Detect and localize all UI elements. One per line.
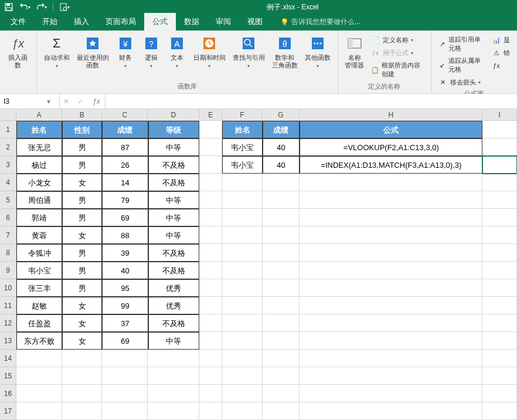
cell-E13[interactable] xyxy=(199,332,222,350)
row-header-13[interactable]: 13 xyxy=(0,332,16,350)
cell-G9[interactable] xyxy=(263,262,300,279)
cell-C11[interactable]: 99 xyxy=(102,297,148,314)
cell-H12[interactable] xyxy=(300,314,482,332)
cell-F14[interactable] xyxy=(222,350,262,367)
cell-I9[interactable] xyxy=(482,262,517,279)
column-header-G[interactable]: G xyxy=(263,109,300,121)
evaluate-formula-button[interactable]: ƒx xyxy=(489,60,512,72)
cell-B15[interactable] xyxy=(62,367,102,385)
cell-D8[interactable]: 不及格 xyxy=(148,244,200,262)
cell-G3[interactable]: 40 xyxy=(263,156,300,174)
cell-D4[interactable]: 不及格 xyxy=(148,174,200,191)
cell-F9[interactable] xyxy=(222,262,262,279)
column-header-D[interactable]: D xyxy=(148,109,199,121)
cell-G10[interactable] xyxy=(263,279,300,297)
cancel-entry-button[interactable]: ✕ xyxy=(62,97,70,106)
cell-I5[interactable] xyxy=(482,191,517,209)
insert-function-button[interactable]: ƒx 插入函数 xyxy=(4,33,33,70)
cell-C3[interactable]: 26 xyxy=(102,156,148,174)
cell-E7[interactable] xyxy=(199,226,222,244)
tell-me-search[interactable]: 💡 告诉我您想要做什么... xyxy=(280,17,360,31)
cell-C6[interactable]: 69 xyxy=(102,209,148,226)
cell-D1[interactable]: 等级 xyxy=(148,121,200,138)
cell-D7[interactable]: 中等 xyxy=(148,226,200,244)
cell-A11[interactable]: 赵敏 xyxy=(16,297,62,314)
row-header-12[interactable]: 12 xyxy=(0,314,16,332)
cell-C4[interactable]: 14 xyxy=(102,174,148,191)
cell-A5[interactable]: 周伯通 xyxy=(16,191,62,209)
cell-I7[interactable] xyxy=(482,226,517,244)
cell-I15[interactable] xyxy=(482,367,517,385)
cell-E16[interactable] xyxy=(199,385,222,402)
cell-A14[interactable] xyxy=(16,350,62,367)
cell-H17[interactable] xyxy=(300,402,482,420)
name-box-dropdown[interactable]: ▾ xyxy=(45,97,53,106)
cell-A4[interactable]: 小龙女 xyxy=(16,174,62,191)
tab-review[interactable]: 审阅 xyxy=(208,13,239,31)
cell-A2[interactable]: 张无忌 xyxy=(16,138,62,156)
cell-F7[interactable] xyxy=(222,226,262,244)
cell-E3[interactable] xyxy=(199,156,222,174)
create-from-selection-button[interactable]: 📋根据所选内容创建 xyxy=(369,60,426,80)
cell-A9[interactable]: 韦小宝 xyxy=(16,262,62,279)
cell-A16[interactable] xyxy=(16,385,62,402)
row-header-3[interactable]: 3 xyxy=(0,156,16,174)
cell-H9[interactable] xyxy=(300,262,482,279)
financial-button[interactable]: ¥财务▾ xyxy=(113,33,138,71)
tab-file[interactable]: 文件 xyxy=(2,13,34,31)
cell-I4[interactable] xyxy=(482,174,517,191)
cell-H16[interactable] xyxy=(300,385,482,402)
row-header-5[interactable]: 5 xyxy=(0,191,16,209)
text-fn-button[interactable]: A文本▾ xyxy=(164,33,190,71)
cell-A10[interactable]: 张三丰 xyxy=(16,279,62,297)
cell-E15[interactable] xyxy=(199,367,222,385)
row-header-14[interactable]: 14 xyxy=(0,350,16,367)
cell-E14[interactable] xyxy=(199,350,222,367)
cell-F17[interactable] xyxy=(222,402,262,420)
cell-G2[interactable]: 40 xyxy=(263,138,300,156)
name-box-input[interactable] xyxy=(4,97,45,106)
cell-G17[interactable] xyxy=(263,402,300,420)
cell-F4[interactable] xyxy=(222,174,262,191)
cell-D16[interactable] xyxy=(148,385,199,402)
cell-F1[interactable]: 姓名 xyxy=(222,121,262,138)
cell-A15[interactable] xyxy=(16,367,62,385)
save-button[interactable] xyxy=(2,1,15,13)
cell-H1[interactable]: 公式 xyxy=(300,121,482,138)
cell-H4[interactable] xyxy=(300,174,482,191)
cell-B7[interactable]: 女 xyxy=(62,226,102,244)
cell-B1[interactable]: 性别 xyxy=(62,121,102,138)
cell-A3[interactable]: 杨过 xyxy=(16,156,62,174)
cell-E4[interactable] xyxy=(199,174,222,191)
cell-E2[interactable] xyxy=(199,138,222,156)
cell-H10[interactable] xyxy=(300,279,482,297)
math-button[interactable]: θ数学和 三角函数 xyxy=(268,33,301,70)
cell-I13[interactable] xyxy=(482,332,517,350)
cell-A12[interactable]: 任盈盈 xyxy=(16,314,62,332)
cell-C8[interactable]: 39 xyxy=(102,244,148,262)
cell-D9[interactable]: 不及格 xyxy=(148,262,200,279)
cell-E8[interactable] xyxy=(199,244,222,262)
cell-G8[interactable] xyxy=(263,244,300,262)
use-in-formula-button[interactable]: ƒx用于公式 ▾ xyxy=(369,47,426,59)
cell-D15[interactable] xyxy=(148,367,199,385)
cell-B4[interactable]: 女 xyxy=(62,174,102,191)
cell-D11[interactable]: 优秀 xyxy=(148,297,200,314)
cell-C15[interactable] xyxy=(102,367,148,385)
cell-B2[interactable]: 男 xyxy=(62,138,102,156)
cell-G13[interactable] xyxy=(263,332,300,350)
cell-C7[interactable]: 88 xyxy=(102,226,148,244)
cell-I2[interactable] xyxy=(482,138,517,156)
cell-B11[interactable]: 女 xyxy=(62,297,102,314)
cell-B10[interactable]: 男 xyxy=(62,279,102,297)
remove-arrows-button[interactable]: ✕移去箭头 ▾ xyxy=(436,76,487,88)
cell-G5[interactable] xyxy=(263,191,300,209)
cell-I14[interactable] xyxy=(482,350,517,367)
cell-H2[interactable]: =VLOOKUP(F2,A1:C13,3,0) xyxy=(300,138,482,156)
cell-H3[interactable]: =INDEX(A1:D13,MATCH(F3,A1:A13,0),3) xyxy=(300,156,482,174)
row-header-4[interactable]: 4 xyxy=(0,174,16,191)
row-header-1[interactable]: 1 xyxy=(0,121,16,138)
cell-E11[interactable] xyxy=(199,297,222,314)
column-header-E[interactable]: E xyxy=(199,109,222,121)
cell-I12[interactable] xyxy=(482,314,517,332)
